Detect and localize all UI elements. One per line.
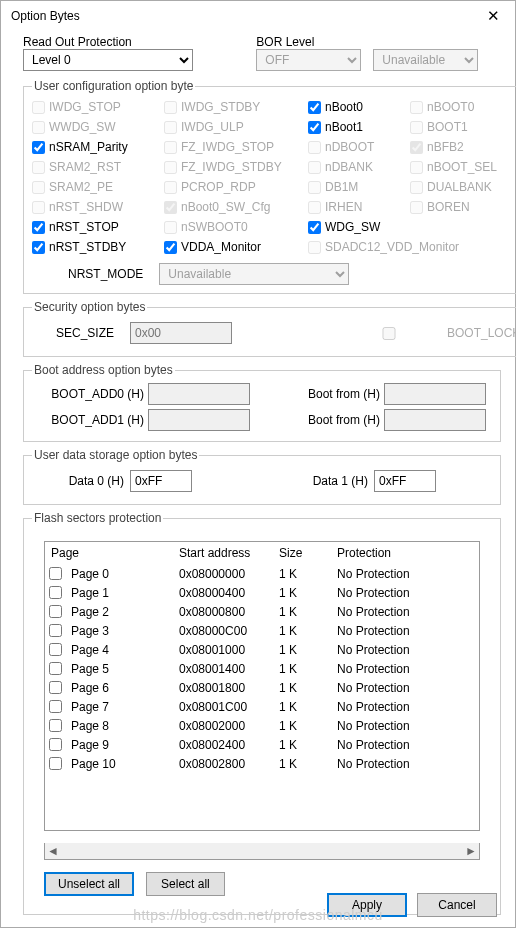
row-checkbox[interactable] [49,624,62,637]
row-checkbox[interactable] [49,738,62,751]
cell-addr: 0x08001800 [173,678,273,697]
table-row[interactable]: Page 80x080020001 KNo Protection [45,716,479,735]
close-icon[interactable]: ✕ [473,7,513,25]
h-scrollbar[interactable]: ◄► [44,843,480,860]
user-data-group: User data storage option bytes Data 0 (H… [23,448,501,505]
cell-size: 1 K [273,697,331,716]
flash-legend: Flash sectors protection [32,511,163,525]
rop-legend: Read Out Protection [23,35,244,49]
table-row[interactable]: Page 50x080014001 KNo Protection [45,659,479,678]
flash-table-container[interactable]: Page Start address Size Protection Page … [44,541,480,831]
checkbox-nBFB2: nBFB2 [410,137,510,157]
cell-size: 1 K [273,678,331,697]
checkbox-nBoot0[interactable]: nBoot0 [308,97,406,117]
checkbox-nSRAM_Parity[interactable]: nSRAM_Parity [32,137,160,157]
window-title: Option Bytes [11,9,473,23]
bootfrom1-label: Boot from (H) [284,413,380,427]
cell-addr: 0x08001000 [173,640,273,659]
checkbox-BOOT1: BOOT1 [410,117,510,137]
cell-addr: 0x08002400 [173,735,273,754]
checkbox-nBOOT_SEL: nBOOT_SEL [410,157,510,177]
checkbox-IWDG_STDBY: IWDG_STDBY [164,97,304,117]
cell-prot: No Protection [331,621,479,640]
col-page: Page [45,542,173,564]
checkbox-SDADC12_VDD_Monitor: SDADC12_VDD_Monitor [308,237,510,257]
cell-size: 1 K [273,640,331,659]
bootfrom0-label: Boot from (H) [284,387,380,401]
row-checkbox[interactable] [49,757,62,770]
checkbox-VDDA_Monitor[interactable]: VDDA_Monitor [164,237,304,257]
boot-addr-legend: Boot address option bytes [32,363,175,377]
data0-input[interactable] [130,470,192,492]
checkbox-DUALBANK: DUALBANK [410,177,510,197]
checkbox-FZ_IWDG_STDBY: FZ_IWDG_STDBY [164,157,304,177]
boot-add1-input [148,409,250,431]
cell-page: Page 0 [45,564,173,583]
cancel-button[interactable]: Cancel [417,893,497,917]
checkbox-PCROP_RDP: PCROP_RDP [164,177,304,197]
table-row[interactable]: Page 40x080010001 KNo Protection [45,640,479,659]
checkbox-WDG_SW[interactable]: WDG_SW [308,217,406,237]
data0-label: Data 0 (H) [44,474,124,488]
boot-add0-input [148,383,250,405]
cell-addr: 0x08000000 [173,564,273,583]
bootfrom0-input [384,383,486,405]
bor-legend: BOR Level [256,35,501,49]
boot-add0-label: BOOT_ADD0 (H) [32,387,144,401]
table-row[interactable]: Page 00x080000001 KNo Protection [45,564,479,583]
rop-select[interactable]: Level 0 [23,49,193,71]
apply-button[interactable]: Apply [327,893,407,917]
cell-addr: 0x08001400 [173,659,273,678]
cell-size: 1 K [273,583,331,602]
user-config-group: User configuration option byte IWDG_STOP… [23,79,516,294]
cell-page: Page 8 [45,716,173,735]
table-row[interactable]: Page 30x08000C001 KNo Protection [45,621,479,640]
table-row[interactable]: Page 60x080018001 KNo Protection [45,678,479,697]
titlebar: Option Bytes ✕ [1,1,515,31]
user-config-legend: User configuration option byte [32,79,195,93]
cell-page: Page 7 [45,697,173,716]
row-checkbox[interactable] [49,662,62,675]
table-row[interactable]: Page 70x08001C001 KNo Protection [45,697,479,716]
cell-prot: No Protection [331,640,479,659]
cell-size: 1 K [273,659,331,678]
row-checkbox[interactable] [49,681,62,694]
bootfrom1-input [384,409,486,431]
row-checkbox[interactable] [49,605,62,618]
checkbox-nSWBOOT0: nSWBOOT0 [164,217,304,237]
checkbox-nRST_STOP[interactable]: nRST_STOP [32,217,160,237]
table-row[interactable]: Page 100x080028001 KNo Protection [45,754,479,773]
row-checkbox[interactable] [49,586,62,599]
table-row[interactable]: Page 10x080004001 KNo Protection [45,583,479,602]
cell-size: 1 K [273,621,331,640]
row-checkbox[interactable] [49,700,62,713]
col-size: Size [273,542,331,564]
row-checkbox[interactable] [49,719,62,732]
checkbox-nDBANK: nDBANK [308,157,406,177]
table-row[interactable]: Page 90x080024001 KNo Protection [45,735,479,754]
data1-label: Data 1 (H) [288,474,368,488]
cell-size: 1 K [273,564,331,583]
checkbox-IWDG_ULP: IWDG_ULP [164,117,304,137]
nrst-select: Unavailable [159,263,349,285]
cell-prot: No Protection [331,602,479,621]
table-row[interactable]: Page 20x080008001 KNo Protection [45,602,479,621]
unselect-all-button[interactable]: Unselect all [44,872,134,896]
checkbox-SRAM2_PE: SRAM2_PE [32,177,160,197]
row-checkbox[interactable] [49,643,62,656]
checkbox-FZ_IWDG_STOP: FZ_IWDG_STOP [164,137,304,157]
cell-size: 1 K [273,735,331,754]
checkbox-nRST_STDBY[interactable]: nRST_STDBY [32,237,160,257]
cell-addr: 0x08000400 [173,583,273,602]
cell-prot: No Protection [331,716,479,735]
cell-addr: 0x08002000 [173,716,273,735]
checkbox-nBoot1[interactable]: nBoot1 [308,117,406,137]
cell-prot: No Protection [331,659,479,678]
cell-page: Page 5 [45,659,173,678]
select-all-button[interactable]: Select all [146,872,225,896]
checkbox-SRAM2_RST: SRAM2_RST [32,157,160,177]
cell-addr: 0x08000800 [173,602,273,621]
boot-lock: BOOT_LOCK [334,324,516,343]
data1-input[interactable] [374,470,436,492]
row-checkbox[interactable] [49,567,62,580]
